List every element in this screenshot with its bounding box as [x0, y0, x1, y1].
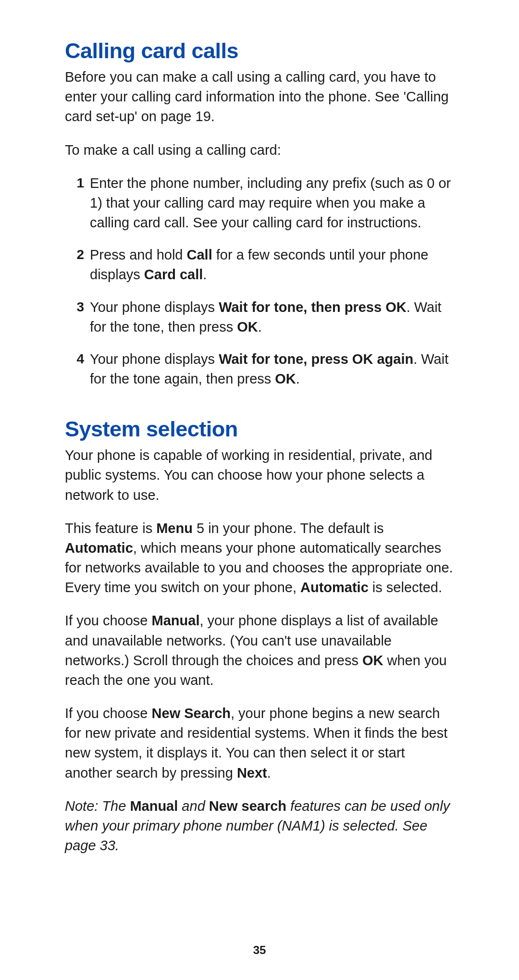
text-bold: Call	[187, 247, 212, 262]
text-run: Press and hold	[90, 247, 187, 262]
text-run: .	[203, 267, 207, 282]
step-3: 3 Your phone displays Wait for tone, the…	[65, 298, 454, 337]
text-bold: OK	[237, 319, 258, 335]
text-run: .	[296, 371, 300, 386]
text-run: If you choose	[65, 706, 152, 721]
text-bold: Automatic	[300, 580, 369, 595]
text-run: .	[267, 765, 271, 781]
calling-card-lead: To make a call using a calling card:	[65, 140, 454, 160]
step-1: 1 Enter the phone number, including any …	[65, 174, 454, 233]
text-run: Your phone displays	[90, 299, 219, 315]
text-bold: Wait for tone, press OK again	[219, 351, 413, 367]
step-2: 2 Press and hold Call for a few seconds …	[65, 245, 454, 285]
step-number: 3	[65, 298, 84, 317]
text-bold: OK	[362, 653, 383, 668]
section-calling-card: Calling card calls Before you can make a…	[65, 38, 454, 389]
system-p4: If you choose New Search, your phone beg…	[65, 704, 454, 783]
step-text: Press and hold Call for a few seconds un…	[90, 247, 428, 282]
calling-card-intro: Before you can make a call using a calli…	[65, 67, 454, 127]
text-bold: Manual	[152, 613, 200, 628]
text-bold: Next	[237, 765, 267, 781]
heading-calling-card: Calling card calls	[65, 38, 454, 63]
text-run: Your phone displays	[90, 351, 219, 367]
step-text: Your phone displays Wait for tone, then …	[90, 299, 442, 335]
step-text: Enter the phone number, including any pr…	[90, 175, 451, 230]
text-bold: Menu	[156, 521, 193, 536]
page-number: 35	[0, 943, 519, 957]
text-run: and	[178, 798, 209, 814]
text-bold: New Search	[152, 706, 231, 721]
system-note: Note: The Manual and New search features…	[65, 796, 454, 856]
text-bold: Manual	[130, 798, 178, 814]
step-number: 1	[65, 174, 84, 193]
step-4: 4 Your phone displays Wait for tone, pre…	[65, 349, 454, 389]
text-run: If you choose	[65, 613, 152, 628]
step-number: 4	[65, 349, 84, 369]
text-bold: Wait for tone, then press OK	[219, 299, 406, 315]
text-run: This feature is	[65, 521, 156, 536]
system-p2: This feature is Menu 5 in your phone. Th…	[65, 519, 454, 598]
calling-card-steps: 1 Enter the phone number, including any …	[65, 174, 454, 389]
manual-page: Calling card calls Before you can make a…	[0, 0, 519, 980]
section-system-selection: System selection Your phone is capable o…	[65, 417, 454, 856]
text-bold: Automatic	[65, 540, 133, 556]
system-p3: If you choose Manual, your phone display…	[65, 611, 454, 690]
note-lead: Note: The	[65, 798, 130, 814]
text-run: 5 in your phone. The default is	[193, 521, 384, 536]
text-run: .	[258, 319, 262, 335]
text-bold: OK	[275, 371, 296, 386]
text-bold: Card call	[144, 267, 203, 282]
system-p1: Your phone is capable of working in resi…	[65, 446, 454, 505]
text-bold: New search	[209, 798, 286, 814]
text-run: is selected.	[369, 580, 442, 595]
heading-system-selection: System selection	[65, 417, 454, 442]
step-text: Your phone displays Wait for tone, press…	[90, 351, 448, 386]
step-number: 2	[65, 245, 84, 264]
